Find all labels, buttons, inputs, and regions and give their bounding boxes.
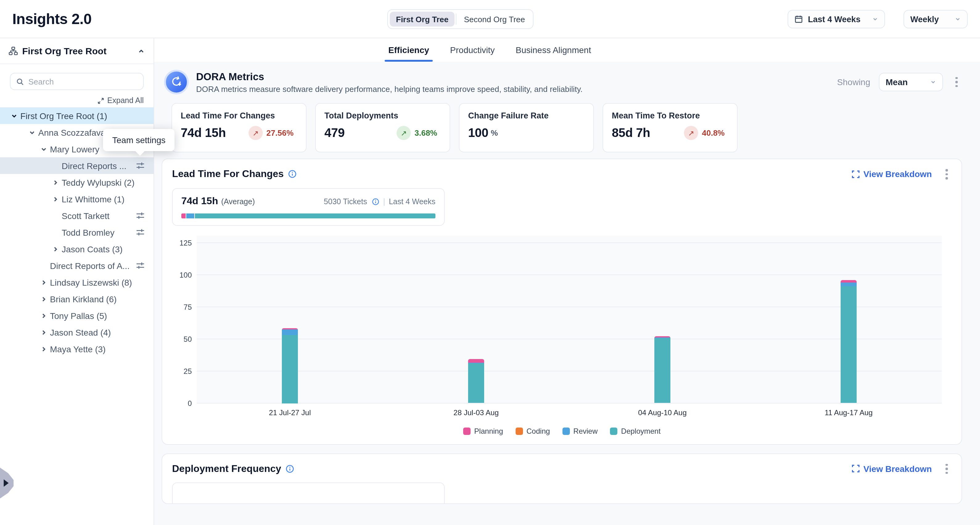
chevron-right-icon[interactable] (40, 311, 48, 320)
dora-menu-button[interactable] (951, 76, 961, 89)
trend-badge: ↗ 3.68% (396, 126, 437, 140)
legend-item-deployment[interactable]: Deployment (610, 426, 660, 435)
info-icon[interactable] (372, 198, 379, 205)
tickets-count: 5030 Tickets (324, 197, 367, 206)
y-tick-label: 25 (183, 367, 192, 375)
y-tick-label: 75 (183, 302, 192, 311)
chevron-down-icon[interactable] (40, 145, 48, 153)
tab-productivity[interactable]: Productivity (449, 38, 496, 62)
tree-item-liz-whittome[interactable]: Liz Whittome (1) (0, 191, 154, 207)
granularity-select[interactable]: Weekly (904, 10, 968, 29)
toggle-second-org-tree[interactable]: Second Org Tree (458, 12, 531, 27)
metric-unit: % (491, 128, 498, 138)
dora-title: DORA Metrics (196, 71, 582, 82)
trend-up-icon: ↗ (684, 126, 698, 140)
chevron-down-icon[interactable] (28, 128, 37, 137)
summary-period: Last 4 Weeks (389, 197, 436, 206)
chevron-right-icon[interactable] (40, 278, 48, 286)
tree-item-tony-pallas[interactable]: Tony Pallas (5) (0, 307, 154, 324)
info-icon[interactable] (288, 170, 297, 178)
main-area: Efficiency Productivity Business Alignme… (154, 38, 980, 525)
tree-item-scott-tarkett[interactable]: Scott Tarkett (0, 207, 154, 224)
gridline (197, 274, 942, 275)
tree-item-jason-coats[interactable]: Jason Coats (3) (0, 240, 154, 257)
view-breakdown-link[interactable]: View Breakdown (852, 169, 932, 179)
summary-segment-deployment (195, 213, 436, 218)
stacked-bar[interactable] (282, 329, 298, 403)
metric-value: 479 (325, 126, 345, 140)
showing-select[interactable]: Mean (879, 73, 943, 91)
search-input[interactable] (29, 77, 138, 86)
legend-swatch (562, 427, 570, 434)
tree-item-direct-reports[interactable]: Direct Reports ... (0, 158, 154, 174)
team-settings-icon[interactable] (136, 211, 145, 220)
x-axis: 21 Jul-27 Jul28 Jul-03 Aug04 Aug-10 Aug1… (197, 408, 942, 418)
tree-item-lindsay-liszewski[interactable]: Lindsay Liszewski (8) (0, 274, 154, 291)
average-value: 74d 15h (181, 195, 218, 206)
tree-item-teddy-wylupski[interactable]: Teddy Wylupski (2) (0, 174, 154, 191)
tab-business-alignment[interactable]: Business Alignment (514, 38, 592, 62)
sidebar-title: First Org Tree Root (22, 46, 107, 56)
stacked-bar[interactable] (654, 336, 670, 403)
chevron-right-icon[interactable] (51, 245, 60, 253)
showing-label: Showing (837, 77, 870, 87)
deployment-frequency-menu-button[interactable] (942, 462, 951, 475)
showing-value: Mean (886, 77, 925, 87)
metric-cards: Lead Time For Changes 74d 15h ↗ 27.56% T… (172, 103, 980, 153)
tree-item-brian-kirkland[interactable]: Brian Kirkland (6) (0, 291, 154, 307)
tree-item-todd-bromley[interactable]: Todd Bromley (0, 224, 154, 240)
tree-item-maya-yette[interactable]: Maya Yette (3) (0, 340, 154, 357)
x-tick-label: 28 Jul-03 Aug (453, 408, 499, 417)
tree-item-first-org-tree-root[interactable]: First Org Tree Root (1) (0, 107, 154, 124)
dora-description: DORA metrics measure software delivery p… (196, 84, 582, 94)
expand-corners-icon (852, 170, 860, 178)
sidebar-expand-handle[interactable] (0, 468, 14, 498)
lead-time-summary-bar (181, 213, 436, 218)
expand-all-label: Expand All (107, 96, 144, 105)
app-window: Insights 2.0 First Org Tree Second Org T… (0, 0, 980, 525)
view-breakdown-link[interactable]: View Breakdown (852, 464, 932, 474)
chevron-right-icon[interactable] (40, 328, 48, 337)
gridline (197, 242, 942, 243)
deployment-frequency-summary (172, 482, 445, 503)
metric-value: 100 (468, 126, 488, 140)
chevron-right-icon[interactable] (40, 345, 48, 353)
stacked-bar[interactable] (468, 359, 484, 403)
chevron-down-icon (872, 16, 878, 22)
toggle-first-org-tree[interactable]: First Org Tree (390, 12, 455, 27)
team-settings-icon[interactable] (136, 261, 145, 270)
legend-item-coding[interactable]: Coding (515, 426, 550, 435)
lead-time-menu-button[interactable] (942, 168, 951, 180)
y-tick-label: 0 (188, 399, 192, 407)
expand-all-button[interactable]: Expand All (10, 96, 144, 105)
card-total-deployments: Total Deployments 479 ↗ 3.68% (315, 103, 450, 153)
chevron-down-icon (930, 79, 936, 85)
team-settings-icon[interactable] (136, 161, 145, 170)
gridline (197, 338, 942, 339)
chevron-right-icon[interactable] (51, 195, 60, 203)
trend-up-icon: ↗ (248, 126, 263, 140)
stacked-bar[interactable] (841, 280, 857, 404)
legend-item-planning[interactable]: Planning (463, 426, 503, 435)
dashboard-content: DORA Metrics DORA metrics measure softwa… (154, 62, 980, 525)
calendar-icon (794, 15, 803, 24)
team-settings-tooltip: Team settings (103, 129, 175, 151)
sidebar-collapse-button[interactable] (138, 47, 145, 55)
bar-segment-deployment (654, 338, 670, 403)
granularity-value: Weekly (910, 14, 950, 24)
chevron-right-icon[interactable] (40, 294, 48, 303)
tree-item-jason-stead[interactable]: Jason Stead (4) (0, 324, 154, 340)
tree-item-direct-reports-of-a[interactable]: Direct Reports of A... (0, 257, 154, 274)
chevron-right-icon[interactable] (51, 178, 60, 187)
legend-swatch (610, 427, 617, 434)
lead-time-panel: Lead Time For Changes View Breakdown (162, 159, 962, 444)
tab-efficiency[interactable]: Efficiency (387, 38, 430, 62)
info-icon[interactable] (286, 465, 294, 473)
legend-item-review[interactable]: Review (562, 426, 598, 435)
topbar-filters: Last 4 Weeks Weekly (788, 10, 968, 29)
date-range-select[interactable]: Last 4 Weeks (788, 10, 885, 29)
team-settings-icon[interactable] (136, 228, 145, 237)
lead-time-title: Lead Time For Changes (172, 169, 284, 180)
chevron-down-icon[interactable] (10, 111, 19, 120)
legend-swatch (463, 427, 471, 434)
